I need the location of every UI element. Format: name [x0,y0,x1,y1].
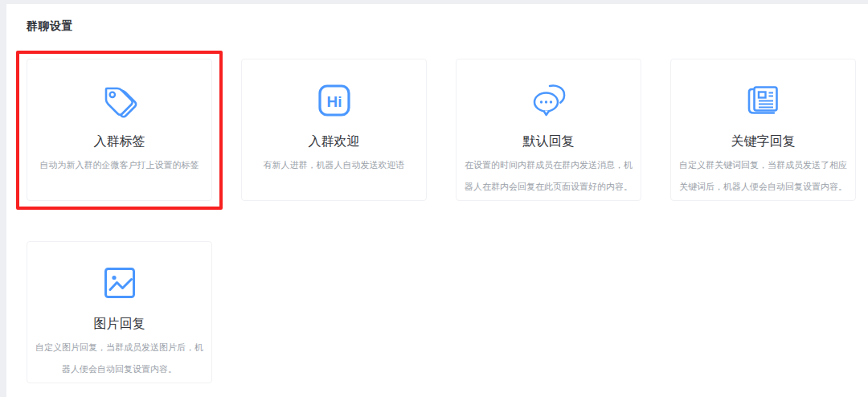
card-description: 自定义图片回复，当群成员发送图片后，机器人便会自动回复设置内容。 [27,337,211,380]
card-join-group-welcome[interactable]: Hi 入群欢迎 有新人进群，机器人自动发送欢迎语 [241,59,427,201]
hi-icon: Hi [242,81,426,120]
settings-card-grid: 入群标签 自动为新入群的企微客户打上设置的标签 Hi 入群欢迎 有新人进群，机器… [27,59,856,383]
card-keyword-reply[interactable]: 关键字回复 自定义群关键词回复，当群成员发送了相应关键词后，机器人便会自动回复设… [670,59,856,201]
card-title: 入群欢迎 [242,133,426,150]
card-image-reply[interactable]: 图片回复 自定义图片回复，当群成员发送图片后，机器人便会自动回复设置内容。 [27,241,212,383]
card-title: 图片回复 [27,315,211,333]
section-title: 群聊设置 [6,4,868,34]
card-title: 关键字回复 [671,133,855,150]
image-icon [27,264,211,302]
newspaper-icon [671,81,855,120]
chat-bubble-icon [457,81,641,120]
card-join-group-tag[interactable]: 入群标签 自动为新入群的企微客户打上设置的标签 [27,59,212,201]
hi-icon-text: Hi [326,93,342,110]
tag-icon [27,81,211,120]
card-default-reply[interactable]: 默认回复 在设置的时间内群成员在群内发送消息，机器人在群内会回复在此页面设置好的… [456,59,641,201]
card-description: 自动为新入群的企微客户打上设置的标签 [27,154,211,176]
card-description: 在设置的时间内群成员在群内发送消息，机器人在群内会回复在此页面设置好的内容。 [457,154,641,198]
card-title: 入群标签 [27,133,211,150]
card-title: 默认回复 [457,133,641,150]
card-description: 有新人进群，机器人自动发送欢迎语 [242,154,426,176]
content-panel: 群聊设置 入群标签 自动为新入群的企微客户打上设置的标签 [6,4,868,397]
highlight-annotation-box [16,51,223,210]
card-description: 自定义群关键词回复，当群成员发送了相应关键词后，机器人便会自动回复设置内容。 [671,154,855,198]
